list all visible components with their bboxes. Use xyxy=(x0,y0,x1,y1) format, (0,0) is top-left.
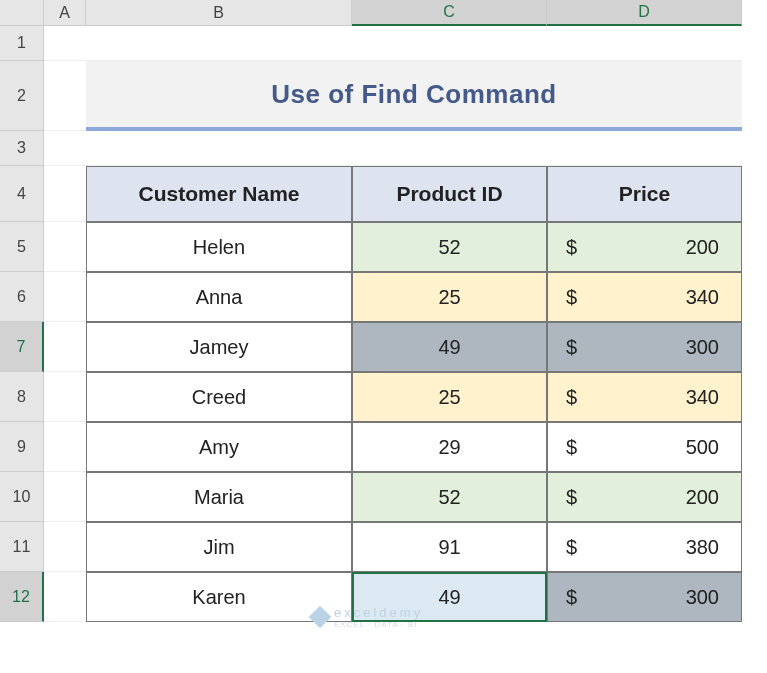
cell-price-maria[interactable]: $ 200 xyxy=(547,472,742,522)
cell-pid-maria[interactable]: 52 xyxy=(352,472,547,522)
cell-A12[interactable] xyxy=(44,572,86,622)
price-value: 300 xyxy=(686,586,719,609)
currency-symbol: $ xyxy=(566,436,577,459)
select-all-corner[interactable] xyxy=(0,0,44,26)
cell-A8[interactable] xyxy=(44,372,86,422)
cell-A11[interactable] xyxy=(44,522,86,572)
row-header-4[interactable]: 4 xyxy=(0,166,44,222)
row-header-12[interactable]: 12 xyxy=(0,572,44,622)
price-value: 200 xyxy=(686,236,719,259)
cell-A3[interactable] xyxy=(44,131,86,166)
cell-C3[interactable] xyxy=(352,131,547,166)
row-header-9[interactable]: 9 xyxy=(0,422,44,472)
cell-price-karen[interactable]: $ 300 xyxy=(547,572,742,622)
cell-name-maria[interactable]: Maria xyxy=(86,472,352,522)
cell-pid-creed[interactable]: 25 xyxy=(352,372,547,422)
cell-A9[interactable] xyxy=(44,422,86,472)
cell-pid-amy[interactable]: 29 xyxy=(352,422,547,472)
cell-pid-jamey[interactable]: 49 xyxy=(352,322,547,372)
cell-B3[interactable] xyxy=(86,131,352,166)
spreadsheet-grid: A B C D 1 2 Use of Find Command 3 4 Cust… xyxy=(0,0,767,622)
row-header-10[interactable]: 10 xyxy=(0,472,44,522)
title-cell[interactable]: Use of Find Command xyxy=(86,61,742,131)
cell-A6[interactable] xyxy=(44,272,86,322)
col-header-D[interactable]: D xyxy=(547,0,742,26)
header-price[interactable]: Price xyxy=(547,166,742,222)
col-header-B[interactable]: B xyxy=(86,0,352,26)
currency-symbol: $ xyxy=(566,586,577,609)
price-value: 500 xyxy=(686,436,719,459)
row-header-6[interactable]: 6 xyxy=(0,272,44,322)
price-value: 340 xyxy=(686,286,719,309)
cell-D3[interactable] xyxy=(547,131,742,166)
cell-D1[interactable] xyxy=(547,26,742,61)
cell-price-anna[interactable]: $ 340 xyxy=(547,272,742,322)
cell-A4[interactable] xyxy=(44,166,86,222)
cell-name-anna[interactable]: Anna xyxy=(86,272,352,322)
currency-symbol: $ xyxy=(566,236,577,259)
row-header-7[interactable]: 7 xyxy=(0,322,44,372)
header-product-id[interactable]: Product ID xyxy=(352,166,547,222)
cell-name-amy[interactable]: Amy xyxy=(86,422,352,472)
cell-A1[interactable] xyxy=(44,26,86,61)
row-header-1[interactable]: 1 xyxy=(0,26,44,61)
row-header-3[interactable]: 3 xyxy=(0,131,44,166)
cell-A2[interactable] xyxy=(44,61,86,131)
header-customer-name[interactable]: Customer Name xyxy=(86,166,352,222)
cell-price-helen[interactable]: $ 200 xyxy=(547,222,742,272)
cell-A10[interactable] xyxy=(44,472,86,522)
col-header-C[interactable]: C xyxy=(352,0,547,26)
cell-price-jim[interactable]: $ 380 xyxy=(547,522,742,572)
row-header-11[interactable]: 11 xyxy=(0,522,44,572)
currency-symbol: $ xyxy=(566,386,577,409)
cell-C1[interactable] xyxy=(352,26,547,61)
cell-price-creed[interactable]: $ 340 xyxy=(547,372,742,422)
cell-name-karen[interactable]: Karen xyxy=(86,572,352,622)
currency-symbol: $ xyxy=(566,486,577,509)
cell-name-helen[interactable]: Helen xyxy=(86,222,352,272)
cell-B1[interactable] xyxy=(86,26,352,61)
col-header-A[interactable]: A xyxy=(44,0,86,26)
cell-pid-helen[interactable]: 52 xyxy=(352,222,547,272)
price-value: 340 xyxy=(686,386,719,409)
cell-price-amy[interactable]: $ 500 xyxy=(547,422,742,472)
row-header-2[interactable]: 2 xyxy=(0,61,44,131)
row-header-8[interactable]: 8 xyxy=(0,372,44,422)
price-value: 200 xyxy=(686,486,719,509)
currency-symbol: $ xyxy=(566,536,577,559)
cell-price-jamey[interactable]: $ 300 xyxy=(547,322,742,372)
price-value: 300 xyxy=(686,336,719,359)
cell-name-creed[interactable]: Creed xyxy=(86,372,352,422)
price-value: 380 xyxy=(686,536,719,559)
currency-symbol: $ xyxy=(566,336,577,359)
cell-A5[interactable] xyxy=(44,222,86,272)
currency-symbol: $ xyxy=(566,286,577,309)
cell-name-jim[interactable]: Jim xyxy=(86,522,352,572)
cell-name-jamey[interactable]: Jamey xyxy=(86,322,352,372)
cell-pid-jim[interactable]: 91 xyxy=(352,522,547,572)
row-header-5[interactable]: 5 xyxy=(0,222,44,272)
cell-pid-karen[interactable]: 49 xyxy=(352,572,547,622)
cell-pid-anna[interactable]: 25 xyxy=(352,272,547,322)
cell-A7[interactable] xyxy=(44,322,86,372)
